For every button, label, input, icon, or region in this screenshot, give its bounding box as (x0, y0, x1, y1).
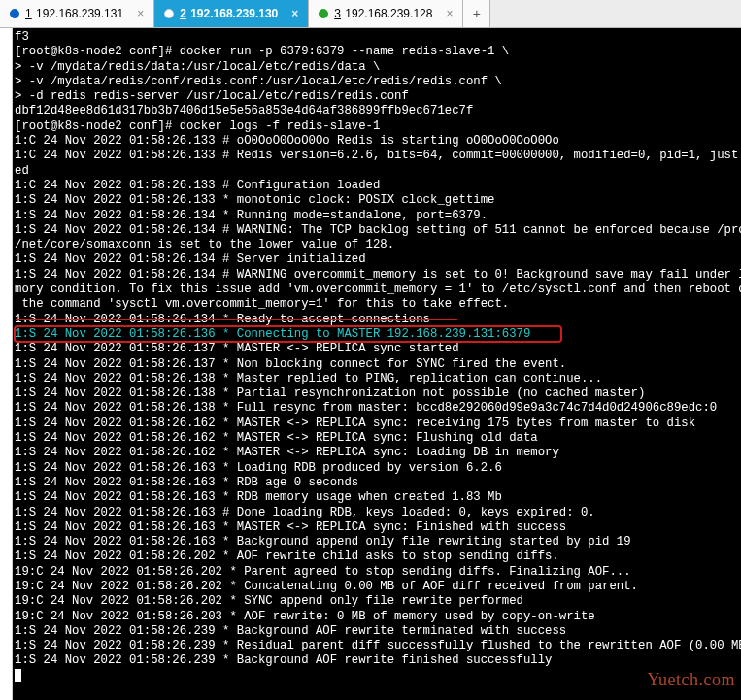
terminal-line: 1:S 24 Nov 2022 01:58:26.202 * AOF rewri… (15, 550, 739, 564)
terminal-line: 1:S 24 Nov 2022 01:58:26.134 * Running m… (15, 209, 739, 223)
terminal-line: 1:S 24 Nov 2022 01:58:26.163 * RDB memor… (15, 490, 739, 505)
terminal-line: 1:S 24 Nov 2022 01:58:26.134 # WARNING o… (15, 268, 739, 283)
terminal-line: 19:C 24 Nov 2022 01:58:26.203 * AOF rewr… (15, 610, 739, 624)
terminal-line: /net/core/somaxconn is set to the lower … (15, 238, 739, 252)
terminal-line: 1:C 24 Nov 2022 01:58:26.133 # oO0OoO0Oo… (15, 134, 739, 149)
tab-label: 3 192.168.239.128 (334, 7, 432, 20)
terminal-line: 1:S 24 Nov 2022 01:58:26.137 * MASTER <-… (15, 342, 739, 356)
terminal-line: 1:S 24 Nov 2022 01:58:26.163 * Loading R… (15, 461, 739, 476)
terminal-line: 19:C 24 Nov 2022 01:58:26.202 * SYNC app… (15, 594, 739, 609)
tab-bar: 1 192.168.239.131 × 2 192.168.239.130 × … (0, 0, 741, 28)
terminal-line: mory condition. To fix this issue add 'v… (15, 283, 739, 297)
terminal-line: 1:S 24 Nov 2022 01:58:26.239 * Backgroun… (15, 653, 739, 668)
new-tab-button[interactable]: + (463, 0, 490, 27)
terminal-line: 1:S 24 Nov 2022 01:58:26.134 * Ready to … (15, 313, 739, 327)
terminal-line: 1:S 24 Nov 2022 01:58:26.162 * MASTER <-… (15, 446, 739, 460)
terminal-line: 1:S 24 Nov 2022 01:58:26.138 * Master re… (15, 372, 739, 386)
terminal-line: the command 'sysctl vm.overcommit_memory… (15, 297, 739, 312)
terminal-line: ed (15, 164, 739, 179)
terminal-output[interactable]: f3[root@k8s-node2 conf]# docker run -p 6… (13, 28, 741, 700)
terminal-line: 1:S 24 Nov 2022 01:58:26.239 * Residual … (15, 639, 739, 653)
terminal-line: 1:S 24 Nov 2022 01:58:26.133 * monotonic… (15, 193, 739, 208)
tab-label: 1 192.168.239.131 (25, 7, 123, 20)
status-dot-icon (319, 9, 328, 18)
status-dot-icon (10, 9, 19, 18)
terminal-line: 1:S 24 Nov 2022 01:58:26.163 * MASTER <-… (15, 520, 739, 535)
terminal-line: 1:S 24 Nov 2022 01:58:26.138 * Partial r… (15, 386, 739, 401)
terminal-line: 1:S 24 Nov 2022 01:58:26.136 * Connectin… (15, 327, 739, 342)
terminal-line: > -v /mydata/redis/conf/redis.conf:/usr/… (15, 75, 739, 89)
close-icon[interactable]: × (137, 7, 144, 20)
terminal-line: 1:S 24 Nov 2022 01:58:26.163 # Done load… (15, 506, 739, 520)
terminal-line: 1:S 24 Nov 2022 01:58:26.138 * Full resy… (15, 401, 739, 416)
terminal-line: 1:S 24 Nov 2022 01:58:26.137 * Non block… (15, 357, 739, 372)
close-icon[interactable]: × (446, 7, 453, 20)
terminal-line: 1:S 24 Nov 2022 01:58:26.162 * MASTER <-… (15, 431, 739, 446)
terminal-cursor (15, 669, 739, 683)
tab-1[interactable]: 1 192.168.239.131 × (0, 0, 154, 27)
terminal-line: f3 (15, 30, 739, 45)
terminal-line: dbf12d48ee8d61d317bb3b7406d15e5e56a853e4… (15, 104, 739, 118)
terminal-line: > -d redis redis-server /usr/local/etc/r… (15, 89, 739, 104)
terminal-line: [root@k8s-node2 conf]# docker logs -f re… (15, 119, 739, 134)
terminal-line: 1:S 24 Nov 2022 01:58:26.134 # Server in… (15, 252, 739, 267)
terminal-line: 1:S 24 Nov 2022 01:58:26.239 * Backgroun… (15, 624, 739, 639)
tab-3[interactable]: 3 192.168.239.128 × (309, 0, 463, 27)
terminal-line: 1:S 24 Nov 2022 01:58:26.163 * RDB age 0… (15, 476, 739, 490)
tab-label: 2 192.168.239.130 (180, 7, 278, 20)
tab-2[interactable]: 2 192.168.239.130 × (154, 0, 309, 27)
left-gutter (0, 28, 13, 700)
terminal-line: 19:C 24 Nov 2022 01:58:26.202 * Parent a… (15, 565, 739, 580)
terminal-line: 1:S 24 Nov 2022 01:58:26.163 * Backgroun… (15, 535, 739, 550)
close-icon[interactable]: × (291, 7, 298, 20)
terminal-line: 1:C 24 Nov 2022 01:58:26.133 # Configura… (15, 179, 739, 193)
terminal-line: 1:S 24 Nov 2022 01:58:26.162 * MASTER <-… (15, 417, 739, 431)
terminal-line: > -v /mydata/redis/data:/usr/local/etc/r… (15, 60, 739, 75)
terminal-line: 1:C 24 Nov 2022 01:58:26.133 # Redis ver… (15, 149, 739, 163)
status-dot-icon (164, 9, 174, 18)
terminal-line: 1:S 24 Nov 2022 01:58:26.134 # WARNING: … (15, 223, 739, 238)
terminal-line: [root@k8s-node2 conf]# docker run -p 637… (15, 45, 739, 59)
terminal-line: 19:C 24 Nov 2022 01:58:26.202 * Concaten… (15, 580, 739, 594)
